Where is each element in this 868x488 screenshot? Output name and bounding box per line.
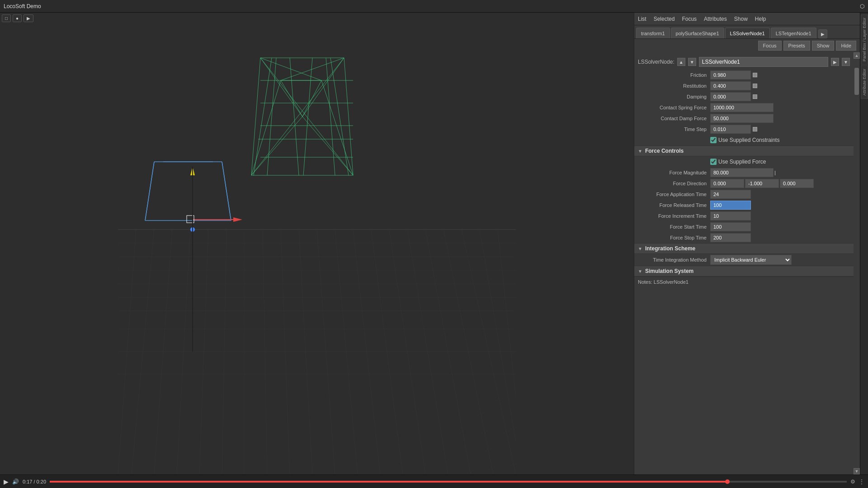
notes-label: Notes: LSSolverNode1	[638, 279, 689, 285]
force-direction-z[interactable]	[780, 179, 814, 188]
menu-help[interactable]: Help	[755, 16, 766, 22]
tab-lstetgennode1[interactable]: LSTetgenNode1	[771, 28, 816, 38]
force-controls-arrow: ▼	[638, 149, 642, 154]
timeline-progress-bar[interactable]	[50, 481, 847, 483]
menu-focus[interactable]: Focus	[682, 16, 697, 22]
node-prev-btn[interactable]: ▲	[677, 58, 685, 66]
tab-scroll-right[interactable]: ▶	[818, 29, 827, 38]
hide-button[interactable]: Hide	[836, 41, 856, 51]
force-controls-section-header[interactable]: ▼ Force Controls	[634, 145, 854, 156]
force-magnitude-label: Force Magnitude	[638, 170, 710, 175]
integration-scheme-section-header[interactable]: ▼ Integration Scheme	[634, 243, 854, 254]
panel-scrollbar[interactable]: ▲ ▼	[854, 52, 860, 474]
force-start-time-input[interactable]	[710, 222, 751, 231]
notes-area: Notes: LSSolverNode1	[634, 277, 854, 287]
force-stop-time-row: Force Stop Time	[634, 232, 854, 243]
timeline-play-btn[interactable]: ▶	[4, 478, 9, 485]
presets-button[interactable]: Presets	[783, 41, 810, 51]
node-arrow-right[interactable]: ▶	[831, 58, 839, 66]
timeline-thumb[interactable]	[725, 479, 730, 484]
timeline-total-time: 0:20	[37, 479, 46, 484]
force-released-time-input[interactable]	[710, 201, 751, 210]
force-direction-y[interactable]	[745, 179, 779, 188]
node-next-btn[interactable]: ▼	[688, 58, 696, 66]
timeline-settings-icon[interactable]: ⚙	[850, 479, 855, 485]
viewport[interactable]: □ ● ▶	[0, 13, 634, 474]
damping-slider[interactable]	[753, 94, 757, 99]
simulation-system-arrow: ▼	[638, 269, 642, 274]
titlebar: LocoSoft Demo ⬡	[0, 0, 868, 13]
app-title: LocoSoft Demo	[4, 3, 41, 9]
show-button[interactable]: Show	[812, 41, 835, 51]
timeline-fill	[50, 481, 727, 483]
sidebar-tab-attribute-editor[interactable]: Attribute Editor	[861, 66, 868, 99]
time-step-row: Time Step	[634, 124, 854, 135]
force-released-time-row: Force Released Time	[634, 200, 854, 211]
friction-input[interactable]	[710, 70, 751, 80]
focus-button[interactable]: Focus	[758, 41, 782, 51]
title-icons: ⬡	[860, 3, 864, 9]
vp-btn-2[interactable]: ●	[13, 14, 22, 22]
contact-damp-force-input[interactable]	[710, 114, 774, 123]
contact-damp-force-row: Contact Damp Force	[634, 113, 854, 124]
tab-lssolvernode1[interactable]: LSSolverNode1	[725, 28, 770, 38]
vp-btn-1[interactable]: □	[2, 14, 11, 22]
force-controls-title: Force Controls	[645, 148, 684, 154]
time-step-input[interactable]	[710, 125, 751, 134]
scroll-up-btn[interactable]: ▲	[854, 52, 860, 59]
timeline-time-display: 0:17 / 0:20	[23, 479, 46, 484]
menu-attributes[interactable]: Attributes	[704, 16, 727, 22]
damping-input[interactable]	[710, 92, 751, 101]
scroll-thumb[interactable]	[854, 68, 859, 95]
panel-content[interactable]: LSSolverNode: ▲ ▼ ▶ ▼ Friction Restituti…	[634, 52, 854, 474]
force-direction-row: Force Direction	[634, 178, 854, 189]
use-supplied-force-check-group: Use Supplied Force	[710, 159, 766, 165]
force-start-time-label: Force Start Time	[638, 224, 710, 230]
time-step-slider[interactable]	[753, 127, 757, 131]
timeline-extra-icon[interactable]: ⋮	[859, 479, 864, 485]
timeline-current-time: 0:17	[23, 479, 32, 484]
friction-row: Friction	[634, 70, 854, 80]
right-panel: List Selected Focus Attributes Show Help…	[634, 13, 860, 474]
force-magnitude-input[interactable]	[710, 168, 774, 177]
friction-slider[interactable]	[753, 73, 757, 77]
node-arrow-down[interactable]: ▼	[842, 58, 850, 66]
vp-btn-3[interactable]: ▶	[24, 14, 33, 22]
time-step-label: Time Step	[638, 127, 710, 132]
time-integration-method-label: Time Integration Method	[638, 257, 710, 263]
contact-spring-force-input[interactable]	[710, 103, 774, 112]
share-icon[interactable]: ⬡	[860, 3, 864, 9]
damping-row: Damping	[634, 91, 854, 102]
use-supplied-constraints-checkbox[interactable]	[710, 137, 717, 143]
timeline-speaker-icon[interactable]: 🔊	[12, 479, 19, 485]
force-application-time-input[interactable]	[710, 190, 751, 199]
force-stop-time-input[interactable]	[710, 233, 751, 242]
friction-label: Friction	[638, 72, 710, 78]
menu-list[interactable]: List	[638, 16, 646, 22]
restitution-slider[interactable]	[753, 84, 757, 88]
tab-polysurfaceshape1[interactable]: polySurfaceShape1	[671, 28, 724, 38]
force-direction-x[interactable]	[710, 179, 744, 188]
restitution-row: Restitution	[634, 80, 854, 91]
tabs-row: transform1 polySurfaceShape1 LSSolverNod…	[634, 25, 860, 39]
svg-rect-0	[118, 13, 516, 474]
simulation-system-section-header[interactable]: ▼ Simulation System	[634, 266, 854, 277]
scroll-track[interactable]	[854, 59, 860, 468]
viewport-canvas	[0, 13, 634, 474]
force-start-time-row: Force Start Time	[634, 221, 854, 232]
menu-selected[interactable]: Selected	[654, 16, 675, 22]
force-increment-time-input[interactable]	[710, 211, 751, 221]
node-value-input[interactable]	[699, 57, 828, 67]
time-integration-method-select[interactable]: Implicit Backward Euler	[710, 255, 792, 265]
restitution-input[interactable]	[710, 81, 751, 90]
use-supplied-force-checkbox[interactable]	[710, 159, 717, 165]
force-stop-time-label: Force Stop Time	[638, 235, 710, 240]
timeline: ▶ 🔊 0:17 / 0:20 ⚙ ⋮	[0, 474, 868, 488]
scroll-down-btn[interactable]: ▼	[854, 468, 860, 474]
menu-show[interactable]: Show	[734, 16, 748, 22]
contact-spring-force-label: Contact Spring Force	[638, 105, 710, 110]
sidebar-tab-panel-box[interactable]: Panel Box / Layer Editor	[861, 14, 868, 65]
tab-transform1[interactable]: transform1	[636, 28, 670, 38]
contact-spring-force-row: Contact Spring Force	[634, 102, 854, 113]
force-magnitude-cursor: |	[774, 170, 776, 175]
